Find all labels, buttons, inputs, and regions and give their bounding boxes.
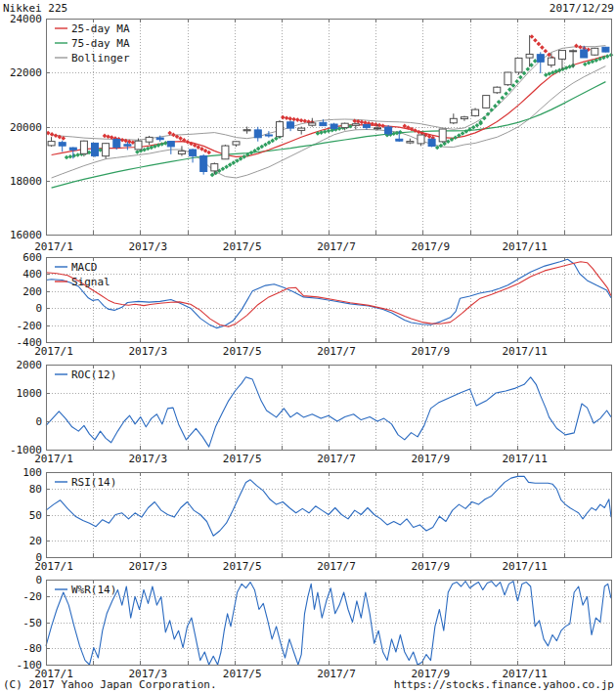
candle-down xyxy=(602,47,609,52)
candle-up xyxy=(483,96,490,108)
x-axis-label: 2017/3 xyxy=(128,240,167,253)
candle-up xyxy=(233,142,240,145)
candle-up xyxy=(103,144,110,156)
candle-up xyxy=(243,130,250,131)
panel-frame xyxy=(47,366,612,451)
candle-up xyxy=(135,141,142,150)
candle-up xyxy=(298,128,305,130)
x-axis-label: 2017/5 xyxy=(223,240,262,253)
sar-dot xyxy=(270,139,275,144)
candle-up xyxy=(178,152,185,154)
sar-dot xyxy=(453,135,458,140)
candle-up xyxy=(352,124,359,126)
candle-down xyxy=(254,130,261,138)
candle-up xyxy=(461,117,467,119)
sar-dot xyxy=(267,141,272,146)
candle-up xyxy=(559,51,566,60)
y-axis-label: 200 xyxy=(22,285,42,298)
sar-dot xyxy=(120,138,125,143)
sar-dot xyxy=(537,42,542,47)
candle-down xyxy=(428,139,435,146)
panel-macd: 6004002000-200-4002017/12017/32017/52017… xyxy=(17,251,612,358)
candle-down xyxy=(265,135,272,136)
y-axis-label: 50 xyxy=(29,509,42,522)
sar-dot xyxy=(65,155,69,160)
sar-dot xyxy=(260,145,265,150)
legend-label: RSI(14) xyxy=(71,476,116,489)
x-axis-label: 2017/9 xyxy=(411,240,450,253)
x-axis-label: 2017/3 xyxy=(128,453,167,465)
sar-dot xyxy=(210,173,215,178)
rsi-14--line xyxy=(46,476,611,536)
sar-dot xyxy=(288,116,293,121)
sar-dot xyxy=(544,49,549,54)
legend-label: Signal xyxy=(71,276,110,288)
x-axis-label: 2017/7 xyxy=(317,345,356,358)
x-axis-label: 2017/11 xyxy=(502,560,547,573)
sar-dot xyxy=(327,129,331,134)
sar-dot xyxy=(299,118,304,123)
candle-up xyxy=(211,164,218,171)
candle-up xyxy=(277,122,284,137)
sar-dot xyxy=(142,148,147,152)
x-axis-label: 2017/7 xyxy=(317,240,356,253)
page-title: Nikkei 225 xyxy=(3,2,67,15)
candle-up xyxy=(341,123,348,127)
candle-up xyxy=(570,51,577,52)
candle-up xyxy=(146,137,153,142)
candle-down xyxy=(167,142,174,147)
y-axis-label: 1000 xyxy=(17,387,43,400)
candle-down xyxy=(385,127,392,134)
candle-up xyxy=(222,146,229,159)
candle-up xyxy=(494,87,501,93)
candle-down xyxy=(156,138,163,140)
sar-dot xyxy=(72,153,77,158)
x-axis-label: 2017/9 xyxy=(411,560,450,573)
y-axis-label: 80 xyxy=(29,483,42,496)
legend-label: MACD xyxy=(71,261,98,274)
candle-down xyxy=(59,143,66,147)
sar-dot xyxy=(242,154,246,159)
y-axis-label: 0 xyxy=(35,574,42,586)
chart-footer: (C) 2017 Yahoo Japan Corporation. https:… xyxy=(3,678,614,691)
sar-dot xyxy=(540,45,545,50)
candle-down xyxy=(69,148,76,150)
candle-up xyxy=(48,142,55,146)
sar-dot xyxy=(50,132,55,137)
panel-williams-r: 0-20-50-80-1002017/12017/32017/52017/720… xyxy=(17,574,612,680)
candle-down xyxy=(537,55,544,63)
x-axis-label: 2017/5 xyxy=(223,453,262,465)
candle-up xyxy=(374,128,381,129)
x-axis-label: 2017/1 xyxy=(34,560,73,573)
y-axis-label: 0 xyxy=(35,302,42,315)
legend-label: ROC(12) xyxy=(71,368,116,381)
y-axis-label: -50 xyxy=(22,617,42,629)
sar-dot xyxy=(605,54,610,59)
sar-dot xyxy=(68,154,73,159)
candle-down xyxy=(396,139,403,141)
sar-dot xyxy=(159,142,164,147)
y-axis-label: 600 xyxy=(22,251,42,264)
source-url: https://stocks.finance.yahoo.co.jp xyxy=(394,678,614,691)
x-axis-label: 2017/3 xyxy=(128,345,167,358)
candle-up xyxy=(309,123,316,125)
candle-down xyxy=(330,124,337,128)
legend-label: 25-day MA xyxy=(71,22,130,35)
candle-up xyxy=(548,58,554,65)
candle-down xyxy=(113,140,120,148)
y-axis-label: 2000 xyxy=(17,359,43,371)
y-axis-label: 400 xyxy=(22,268,42,281)
candle-up xyxy=(450,118,457,123)
sar-dot xyxy=(256,147,261,152)
sar-dot xyxy=(221,167,226,172)
sar-dot xyxy=(263,143,268,148)
candle-up xyxy=(526,54,533,58)
candle-down xyxy=(200,156,207,172)
candle-up xyxy=(80,141,87,153)
candle-up xyxy=(515,58,522,72)
candle-up xyxy=(472,109,479,115)
x-axis-label: 2017/7 xyxy=(317,560,356,573)
x-axis-label: 2017/7 xyxy=(317,453,356,465)
x-axis-label: 2017/5 xyxy=(223,345,262,358)
sar-dot xyxy=(135,150,140,154)
